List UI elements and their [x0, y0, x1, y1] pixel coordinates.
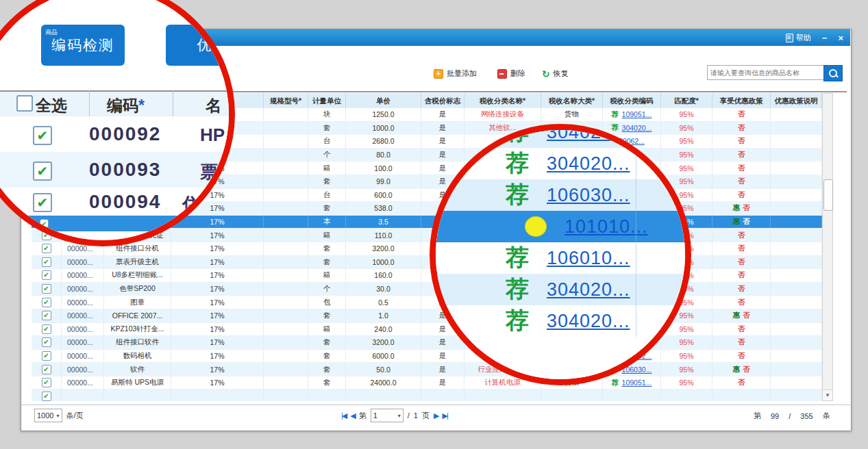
tax-code-link[interactable]: 109051... — [622, 110, 652, 118]
column-header-spec[interactable]: 规格型号* — [264, 93, 308, 108]
cell-code: 00000... — [62, 256, 104, 269]
magnified-selected-row: 101010... — [436, 211, 685, 242]
row-checkbox[interactable]: ✔ — [42, 244, 51, 253]
minimize-button[interactable]: − — [822, 34, 828, 42]
table-row[interactable]: ✔00000...组件接口软件17%套3200.0是软件开发服务软件服务荐304… — [32, 336, 822, 350]
row-checkbox-magnified[interactable]: ✔ — [33, 193, 52, 212]
cell-unit: 套 — [308, 122, 346, 135]
select-all-label: 全选 — [36, 95, 67, 116]
cell-price: 240.0 — [346, 323, 421, 336]
tax-code-link-large[interactable]: 106010... — [547, 248, 630, 269]
cell-name: KPZ103针打金... — [104, 323, 171, 336]
row-checkbox[interactable]: ✔ — [42, 270, 51, 280]
tax-code-link[interactable]: 109051... — [622, 379, 652, 387]
magnifier-left-content: 编码检测商品优全选编码*名✔000092HP✔000093票✔000094住✔ — [0, 0, 229, 240]
column-header-cname[interactable]: 税收分类名称* — [464, 93, 541, 108]
row-checkbox[interactable]: ✔ — [42, 298, 51, 307]
row-checkbox[interactable]: ✔ — [42, 284, 51, 294]
batch-add-button[interactable]: + 批量添加 — [434, 68, 477, 79]
tax-code-link-large[interactable]: 304020... — [547, 153, 630, 175]
table-row[interactable]: ✔ — [32, 389, 822, 401]
row-checkbox[interactable]: ✔ — [42, 311, 51, 320]
prev-page-button[interactable]: ◀ — [350, 411, 354, 420]
cell-note — [771, 108, 822, 121]
table-row[interactable]: ✔00000...色带SP20017%个30.0是95%否 — [32, 283, 822, 296]
table-row[interactable]: ✔00000...U8多栏明细账...17%箱160.0是95%否 — [32, 269, 822, 283]
table-row[interactable]: ✔00000...软件17%套50.0是行业应用软件...货物荐106030..… — [32, 363, 822, 376]
row-checkbox-magnified[interactable]: ✔ — [33, 162, 52, 181]
cell-spec — [264, 202, 308, 215]
page-suffix-label: 页 — [422, 411, 430, 421]
column-header-match[interactable]: 匹配度* — [661, 93, 712, 108]
tax-code-link-large[interactable]: 304020... — [547, 279, 630, 300]
check-icon: ✔ — [43, 245, 49, 252]
page-size-group: 1000 ▾ 条/页 — [34, 409, 84, 422]
search-input[interactable] — [707, 65, 825, 80]
cell-match: 95% — [661, 162, 712, 175]
cell-clink: 荐109051... — [603, 108, 661, 121]
column-header-cat[interactable]: 税收名称大类* — [541, 93, 603, 108]
cell-rate: 17% — [171, 336, 264, 349]
next-page-button[interactable]: ▶ — [434, 411, 438, 420]
cell-rate: 17% — [171, 229, 264, 242]
table-row[interactable]: ✔00000...OFFICE 2007...17%套1.0是030...95%… — [32, 309, 822, 323]
cell-spec — [264, 376, 308, 389]
tax-code-link-large[interactable]: 304020... — [547, 311, 630, 332]
cell-policy: 否 — [712, 122, 771, 135]
row-checkbox[interactable]: ✔ — [40, 219, 49, 228]
cell-sel: ✔ — [32, 389, 62, 401]
policy-hui-flag: 惠 — [733, 311, 741, 320]
table-row[interactable]: ✔00000...票表升级主机17%套1000.095%否 — [32, 256, 822, 270]
page-number-select[interactable]: 1 ▾ — [371, 409, 404, 422]
cell-note — [771, 323, 822, 336]
first-page-button[interactable]: |◀ — [341, 411, 346, 420]
column-header-flag[interactable]: 含税价标志 — [421, 93, 464, 108]
close-button[interactable]: × — [838, 34, 843, 42]
help-button[interactable]: 帮助 — [786, 33, 811, 43]
record-current-value: 99 — [771, 412, 779, 420]
last-page-button[interactable]: ▶| — [442, 411, 447, 420]
column-header-clink[interactable]: 税收分类编码 — [603, 93, 661, 108]
page-size-select[interactable]: 1000 ▾ — [34, 409, 62, 422]
cell-code: 00000... — [62, 363, 104, 376]
tax-code-link-large[interactable]: 106030... — [547, 185, 630, 206]
cell-match: 95% — [661, 149, 712, 162]
cell-spec — [264, 283, 308, 296]
table-row[interactable]: ✔00000...KPZ103针打金...17%箱240.0是纸制...荐106… — [32, 323, 822, 337]
scrollbar-thumb[interactable] — [823, 179, 833, 211]
table-row[interactable]: ✔00000...数码相机17%套6000.0是照相机货物荐109062...9… — [32, 350, 822, 363]
vertical-scrollbar[interactable]: ▾ — [822, 93, 833, 401]
row-checkbox[interactable]: ✔ — [42, 378, 51, 387]
row-name-partial-magnified: 票 — [200, 160, 218, 184]
delete-button[interactable]: 删除 — [497, 68, 525, 79]
column-header-policy[interactable]: 享受优惠政策 — [712, 93, 771, 108]
cell-unit: 箱 — [308, 162, 346, 175]
policy-fou-flag: 否 — [738, 123, 745, 133]
cell-name: 组件接口软件 — [104, 336, 171, 349]
select-all-checkbox[interactable] — [16, 95, 33, 112]
cell-price: 0.5 — [346, 296, 421, 309]
row-checkbox-magnified[interactable]: ✔ — [33, 126, 52, 145]
row-checkbox[interactable]: ✔ — [42, 257, 51, 267]
search-button[interactable] — [823, 65, 843, 81]
column-header-note[interactable]: 优惠政策说明 — [771, 93, 822, 108]
row-checkbox[interactable]: ✔ — [42, 392, 51, 401]
row-checkbox[interactable]: ✔ — [42, 365, 51, 374]
row-checkbox[interactable]: ✔ — [42, 337, 51, 347]
restore-button[interactable]: ↻ 恢复 — [542, 68, 569, 79]
policy-fou-flag: 否 — [743, 365, 750, 374]
help-label: 帮助 — [796, 33, 811, 43]
row-checkbox[interactable]: ✔ — [42, 351, 51, 361]
cell-name: U8多栏明细账... — [104, 269, 171, 282]
table-row[interactable]: ✔00000...易斯特 UPS电源17%套24000.0是计算机电源货物荐10… — [32, 376, 822, 390]
column-header-unit[interactable]: 计量单位 — [308, 93, 346, 108]
cell-policy: 否 — [712, 108, 771, 121]
table-row[interactable]: ✔00000...图章17%包0.5是95%否 — [32, 296, 822, 309]
table-row[interactable]: ✔00000...组件接口分机17%套3200.095%否 — [32, 242, 822, 256]
cell-unit: 套 — [308, 376, 346, 389]
row-checkbox[interactable]: ✔ — [42, 324, 51, 334]
scrollbar-down-arrow[interactable]: ▾ — [823, 389, 832, 400]
tax-code-link[interactable]: 304020... — [622, 124, 652, 132]
cell-sel: ✔ — [32, 323, 62, 336]
column-header-price[interactable]: 单价 — [346, 93, 421, 108]
